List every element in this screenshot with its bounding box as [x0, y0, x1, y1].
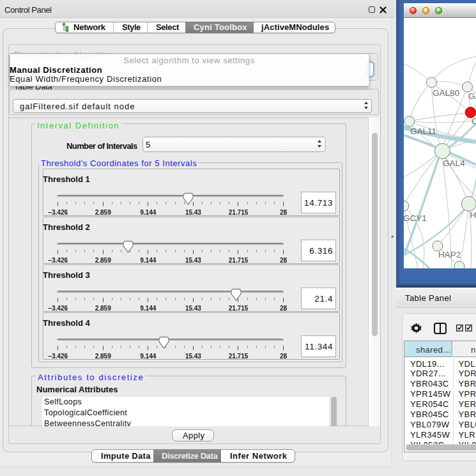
- svg-text:GAL11: GAL11: [410, 127, 436, 136]
- svg-text:GAL80: GAL80: [433, 88, 459, 98]
- svg-text:H: H: [470, 210, 476, 220]
- svg-text:C: C: [472, 116, 476, 126]
- svg-text:GA: GA: [468, 91, 476, 101]
- svg-text:GAL4: GAL4: [443, 158, 465, 168]
- svg-text:HAP2: HAP2: [438, 250, 461, 259]
- svg-text:GCY1: GCY1: [404, 213, 427, 223]
